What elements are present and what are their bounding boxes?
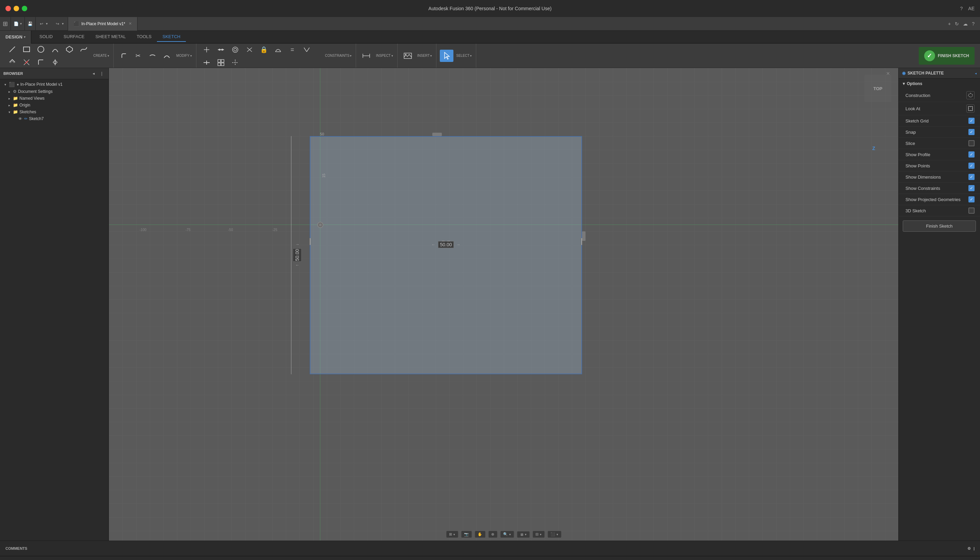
look-at-button[interactable]: [967, 105, 975, 113]
construction-button[interactable]: [967, 91, 975, 99]
collinear-button[interactable]: [214, 43, 228, 56]
grid-snap-button[interactable]: ⊞ ▾: [446, 531, 458, 538]
circle-tool-button[interactable]: [34, 43, 48, 55]
zoom-fit-button[interactable]: ⊕: [488, 531, 498, 538]
tab-surface[interactable]: SURFACE: [58, 32, 90, 42]
create-label[interactable]: CREATE ▾: [92, 54, 111, 57]
fix-button[interactable]: [229, 57, 242, 69]
offset-btn2[interactable]: [160, 50, 174, 62]
finish-sketch-palette-button[interactable]: Finish Sketch: [903, 220, 976, 232]
line-tool-button[interactable]: [5, 43, 19, 55]
show-constraints-checkbox[interactable]: [968, 185, 975, 191]
tree-label-root: In-Place Print Model v1: [20, 82, 63, 87]
tab-solid[interactable]: SOLID: [34, 32, 58, 42]
palette-options-header[interactable]: ▾ Options: [899, 78, 980, 89]
undo-button[interactable]: ↩ ▾: [36, 17, 52, 30]
fillet-tool-button[interactable]: [34, 56, 48, 68]
insert-image-button[interactable]: [401, 50, 415, 62]
ruler-neg50: -50: [228, 228, 233, 232]
design-arrow-icon: ▾: [24, 35, 25, 39]
polygon-tool-button[interactable]: [63, 43, 76, 55]
tree-item-origin[interactable]: ▸ 📁 Origin: [0, 102, 109, 108]
perpendicular-button[interactable]: [300, 43, 314, 56]
sketch-fillet-button[interactable]: [117, 50, 131, 62]
canvas[interactable]: -100 -75 -50 -25 ← 50.00 →: [109, 68, 898, 541]
show-points-checkbox[interactable]: [968, 163, 975, 169]
inspect-label[interactable]: INSPECT ▾: [374, 54, 394, 57]
sync-icon[interactable]: ↻: [955, 21, 959, 27]
finish-sketch-button[interactable]: ✓ FINISH SKETCH: [919, 47, 975, 65]
tree-item-sketches[interactable]: ▾ 📁 Sketches: [0, 108, 109, 115]
tree-item-root[interactable]: ▾ ⬛ ● In-Place Print Model v1: [0, 81, 109, 88]
comments-settings-icon[interactable]: ⚙: [967, 547, 971, 551]
browser-pin-button[interactable]: |: [99, 70, 105, 77]
cloud-icon[interactable]: ☁: [963, 21, 968, 27]
tab-tools[interactable]: TOOLS: [131, 32, 157, 42]
constraints-label[interactable]: CONSTRAINTS ▾: [324, 54, 353, 57]
close-button[interactable]: [5, 6, 11, 11]
show-profile-checkbox[interactable]: [968, 152, 975, 158]
zoom-button[interactable]: 🔍 ▾: [500, 531, 514, 538]
3d-sketch-checkbox[interactable]: [968, 208, 975, 214]
tree-arrow-doc: ▸: [7, 89, 12, 94]
new-tab-icon[interactable]: +: [948, 21, 951, 27]
offset-tool-button[interactable]: [5, 56, 19, 68]
slice-checkbox[interactable]: [968, 140, 975, 146]
help-icon-tab[interactable]: ?: [972, 21, 975, 27]
tangent-button[interactable]: [271, 43, 285, 56]
rectangular-pattern-button[interactable]: [214, 57, 228, 69]
extend-button[interactable]: [146, 50, 159, 62]
comments-collapse-icon[interactable]: |: [973, 547, 975, 551]
nav-close-button[interactable]: ✕: [886, 71, 890, 76]
horizontal-button[interactable]: [200, 57, 214, 69]
show-projected-checkbox[interactable]: [968, 196, 975, 202]
insert-label[interactable]: INSERT ▾: [416, 54, 434, 57]
spline-tool-button[interactable]: [77, 43, 90, 55]
arc-tool-button[interactable]: [48, 43, 62, 55]
capture-position-button[interactable]: 📷: [461, 531, 472, 538]
mirror-tool-button[interactable]: [48, 56, 62, 68]
tree-item-doc-settings[interactable]: ▸ ⚙ Document Settings: [0, 88, 109, 95]
dim-width-container: ← 50.00 →: [310, 241, 582, 248]
snap-checkbox[interactable]: [968, 129, 975, 135]
nav-cube[interactable]: TOP: [864, 75, 892, 102]
scissors-button[interactable]: ✂: [131, 50, 145, 62]
equal-button[interactable]: =: [285, 43, 299, 56]
help-icon[interactable]: ?: [960, 6, 963, 11]
eye-icon-sketch[interactable]: 👁: [18, 117, 22, 121]
modify-label[interactable]: MODIFY ▾: [175, 54, 193, 57]
tree-item-sketch7[interactable]: 👁 ✏ Sketch7: [0, 115, 109, 122]
select-label[interactable]: SELECT ▾: [455, 54, 473, 57]
dimension-button[interactable]: [359, 50, 373, 62]
maximize-button[interactable]: [22, 6, 27, 11]
display-settings-button[interactable]: 🖥 ▾: [517, 531, 530, 538]
select-button[interactable]: [440, 50, 453, 62]
workspace-button[interactable]: ⬛ ▾: [548, 531, 561, 538]
tab-sheet-metal[interactable]: SHEET METAL: [90, 32, 131, 42]
pan-button[interactable]: ✋: [474, 531, 486, 538]
tree-item-named-views[interactable]: ▸ 📁 Named Views: [0, 95, 109, 102]
browser-collapse-button[interactable]: ◂: [90, 70, 97, 77]
eye-icon-root[interactable]: ●: [17, 82, 19, 87]
tab-close-icon[interactable]: ✕: [129, 22, 132, 26]
sketch-grid-checkbox[interactable]: [968, 118, 975, 124]
save-button[interactable]: 💾: [25, 17, 36, 30]
coincident-button[interactable]: [200, 43, 214, 56]
file-menu[interactable]: 📄 ▾: [11, 17, 25, 30]
redo-button[interactable]: ↪ ▾: [52, 17, 68, 30]
document-tab[interactable]: ⬛ In-Place Print Model v1* ✕: [68, 17, 137, 31]
svg-rect-27: [221, 63, 224, 66]
show-dimensions-checkbox[interactable]: [968, 174, 975, 180]
minimize-button[interactable]: [13, 6, 19, 11]
trim-tool-button[interactable]: [20, 56, 33, 68]
concentric-button[interactable]: [229, 43, 242, 56]
tab-sketch[interactable]: SKETCH: [157, 32, 186, 42]
lock-button[interactable]: 🔒: [257, 43, 270, 56]
parallel-button[interactable]: [243, 43, 256, 56]
account-icon[interactable]: AE: [968, 6, 975, 11]
design-menu[interactable]: DESIGN ▾: [0, 31, 31, 43]
app-grid-icon[interactable]: ⊞: [3, 20, 8, 28]
palette-expand-icon[interactable]: ◂: [975, 72, 977, 75]
grid-display-button[interactable]: ⊟ ▾: [533, 531, 544, 538]
rectangle-tool-button[interactable]: [20, 43, 33, 55]
